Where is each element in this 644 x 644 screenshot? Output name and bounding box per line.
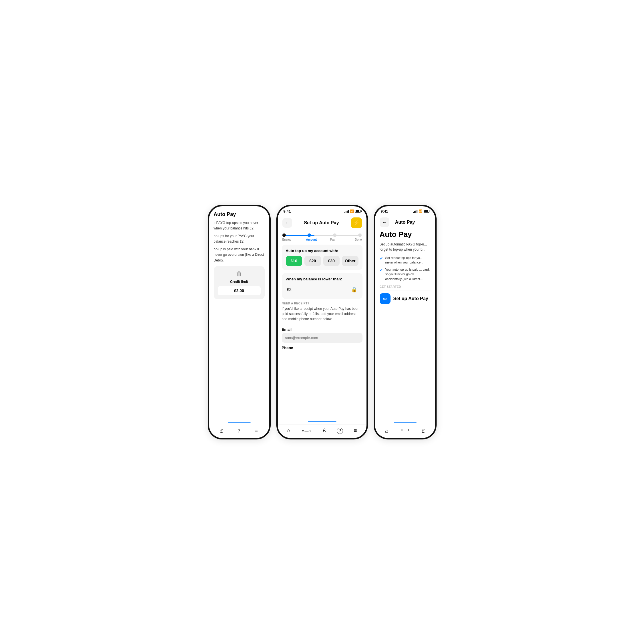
back-arrow-icon: ← xyxy=(285,220,290,225)
progress-labels: Energy Amount Pay Done xyxy=(282,238,362,241)
auto-pay-title: Auto Pay xyxy=(380,230,431,239)
checklist: ✓ Set repeat top-ups for yo... meter whe… xyxy=(380,255,431,282)
email-input[interactable] xyxy=(282,333,362,343)
left-body-text-1: c PAYG top-ups so you never when your ba… xyxy=(214,220,265,231)
left-body-text-2: op-ups for your PAYG your balance reache… xyxy=(214,233,265,244)
progress-dot-pay xyxy=(333,233,336,237)
left-body-text-3: op-up is paid with your bank ll never go… xyxy=(214,247,265,263)
amount-btn-other[interactable]: Other xyxy=(342,256,358,266)
balance-section: When my balance is lower than: £2 🔒 xyxy=(282,273,362,299)
left-bottom-nav: £ ? ≡ xyxy=(209,425,269,438)
right-usage-icon: ⚬—⚬ xyxy=(401,428,410,432)
right-status-bar: 9:41 📶 xyxy=(375,206,435,215)
auto-topup-section: Auto top-up my account with: £10 £20 £30… xyxy=(282,245,362,270)
lock-icon: 🔒 xyxy=(351,286,357,293)
phone-left: Auto Pay c PAYG top-ups so you never whe… xyxy=(208,205,271,439)
pound-nav-icon: £ xyxy=(323,428,326,434)
center-nav-pound[interactable]: £ xyxy=(323,428,326,434)
amount-btn-30[interactable]: £30 xyxy=(323,256,340,266)
auto-topup-title: Auto top-up my account with: xyxy=(286,249,358,253)
right-nav-usage[interactable]: ⚬—⚬ xyxy=(401,428,410,434)
right-nav-home[interactable]: ⌂ xyxy=(385,428,388,434)
center-header-title: Set up Auto Pay xyxy=(304,220,339,225)
home-icon: ⌂ xyxy=(287,428,290,434)
bolt-icon: ⚡ xyxy=(353,219,360,226)
credit-value: £2.00 xyxy=(218,286,261,295)
right-back-button[interactable]: ← xyxy=(380,217,389,227)
receipt-label: NEED A RECEIPT? xyxy=(282,302,362,305)
phone-right-content: 9:41 📶 xyxy=(375,206,435,438)
progress-dot-energy xyxy=(282,233,286,237)
center-time: 9:41 xyxy=(284,209,291,213)
infinity-icon: ∞ xyxy=(380,293,391,304)
right-time: 9:41 xyxy=(381,209,388,213)
right-back-arrow-icon: ← xyxy=(382,220,387,225)
amount-btn-20[interactable]: £20 xyxy=(304,256,321,266)
credit-card: 🗑 Credit limit £2.00 xyxy=(214,266,265,299)
center-nav-menu[interactable]: ≡ xyxy=(354,428,357,434)
phone-center-content: 9:41 📶 xyxy=(278,206,366,438)
receipt-text: If you'd like a receipt when your Auto P… xyxy=(282,306,362,322)
checklist-item-1: ✓ Set repeat top-ups for yo... meter whe… xyxy=(380,255,431,265)
balance-title: When my balance is lower than: xyxy=(286,277,358,281)
center-status-icons: 📶 xyxy=(344,209,361,213)
checklist-item-2: ✓ Your auto top-up is paid ... card, so … xyxy=(380,267,431,282)
right-main: Auto Pay Set up automatic PAYG top-u... … xyxy=(375,230,435,422)
center-nav-usage[interactable]: ⚬—⚬ xyxy=(301,429,312,433)
right-nav-pound[interactable]: £ xyxy=(422,428,425,434)
email-label: Email xyxy=(282,327,362,332)
help-nav-icon: ? xyxy=(337,428,343,434)
setup-btn-label: Set up Auto Pay xyxy=(393,296,428,301)
phone-right: 9:41 📶 xyxy=(374,205,437,439)
nav-item-help[interactable]: ? xyxy=(237,428,240,434)
receipt-section: NEED A RECEIPT? If you'd like a receipt … xyxy=(278,302,366,324)
menu-nav-icon: ≡ xyxy=(354,428,357,434)
right-status-icons: 📶 xyxy=(413,209,429,213)
check-icon-2: ✓ xyxy=(380,267,383,273)
canvas: Auto Pay c PAYG top-ups so you never whe… xyxy=(179,179,465,465)
amount-btn-10[interactable]: £10 xyxy=(286,256,302,266)
trash-icon: 🗑 xyxy=(236,270,242,278)
nav-item-menu[interactable]: ≡ xyxy=(255,428,258,434)
right-home-icon: ⌂ xyxy=(385,428,388,434)
progress-label-done: Done xyxy=(346,238,362,241)
center-back-button[interactable]: ← xyxy=(282,218,292,228)
help-icon: ? xyxy=(237,428,240,434)
progress-container: Energy Amount Pay Done xyxy=(278,231,366,245)
pound-icon: £ xyxy=(220,428,223,434)
balance-value: £2 xyxy=(287,287,292,292)
get-started-label: GET STARTED xyxy=(380,285,431,288)
center-bottom-nav: ⌂ ⚬—⚬ £ ? ≡ xyxy=(278,425,366,438)
check-icon-1: ✓ xyxy=(380,255,383,261)
center-nav-home[interactable]: ⌂ xyxy=(287,428,290,434)
setup-auto-pay-button[interactable]: ∞ Set up Auto Pay xyxy=(380,293,431,304)
progress-dot-amount xyxy=(308,233,311,237)
phone-center: 9:41 📶 xyxy=(276,205,368,439)
right-header-title: Auto Pay xyxy=(395,220,415,225)
progress-dot-done xyxy=(358,233,362,237)
progress-dots xyxy=(282,233,362,237)
progress-label-amount: Amount xyxy=(304,238,319,241)
center-header: ← Set up Auto Pay ⚡ xyxy=(278,215,366,231)
right-bottom-nav: ⌂ ⚬—⚬ £ xyxy=(375,425,435,438)
checklist-text-2: Your auto top-up is paid ... card, so yo… xyxy=(385,267,431,282)
center-nav-help[interactable]: ? xyxy=(337,428,343,434)
phone-wrapper: Auto Pay c PAYG top-ups so you never whe… xyxy=(208,205,437,439)
phone-group: Phone xyxy=(278,346,366,351)
left-body: c PAYG top-ups so you never when your ba… xyxy=(209,220,269,422)
checklist-text-1: Set repeat top-ups for yo... meter when … xyxy=(385,255,431,265)
phone-left-content: Auto Pay c PAYG top-ups so you never whe… xyxy=(209,206,269,438)
battery-icon xyxy=(355,210,361,213)
center-status-bar: 9:41 📶 xyxy=(278,206,366,215)
nav-item-pound[interactable]: £ xyxy=(220,428,223,434)
phone-label: Phone xyxy=(282,346,362,350)
left-header: Auto Pay xyxy=(209,209,269,220)
get-started-divider xyxy=(380,290,431,290)
amount-options: £10 £20 £30 Other xyxy=(286,256,358,266)
progress-label-pay: Pay xyxy=(325,238,340,241)
wifi-icon: 📶 xyxy=(350,209,354,213)
bolt-button[interactable]: ⚡ xyxy=(351,217,362,228)
usage-icon: ⚬—⚬ xyxy=(301,429,312,433)
credit-label: Credit limit xyxy=(230,280,248,284)
progress-label-energy: Energy xyxy=(282,238,298,241)
